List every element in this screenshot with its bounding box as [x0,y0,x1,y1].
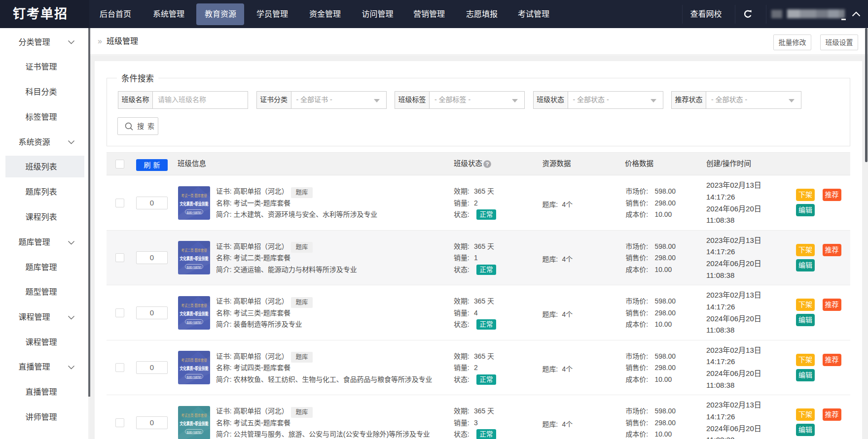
svg-text:赠送题库+专属教学服务: 赠送题库+专属教学服务 [186,375,201,379]
svg-text:考试三类·题库套餐: 考试三类·题库套餐 [181,303,207,308]
svg-text:文化素质+职业技能: 文化素质+职业技能 [179,421,208,426]
svg-text:赠送题库+专属教学服务: 赠送题库+专属教学服务 [186,430,201,434]
svg-text:文化素质+职业技能: 文化素质+职业技能 [179,311,208,316]
svg-text:?: ? [485,161,489,167]
svg-text:考试一类·题库套餐: 考试一类·题库套餐 [181,193,207,198]
svg-text:考试二类·题库套餐: 考试二类·题库套餐 [181,248,207,253]
svg-text:文化素质+职业技能: 文化素质+职业技能 [179,366,208,371]
svg-text:考试五类·题库套餐: 考试五类·题库套餐 [181,413,207,418]
svg-text:文化素质+职业技能: 文化素质+职业技能 [179,201,208,206]
svg-text:赠送题库+专属教学服务: 赠送题库+专属教学服务 [186,320,201,324]
svg-text:考试四类·题库套餐: 考试四类·题库套餐 [181,358,207,363]
svg-text:赠送题库+专属教学服务: 赠送题库+专属教学服务 [186,210,201,214]
svg-text:文化素质+职业技能: 文化素质+职业技能 [179,256,208,261]
svg-text:赠送题库+专属教学服务: 赠送题库+专属教学服务 [186,266,201,269]
